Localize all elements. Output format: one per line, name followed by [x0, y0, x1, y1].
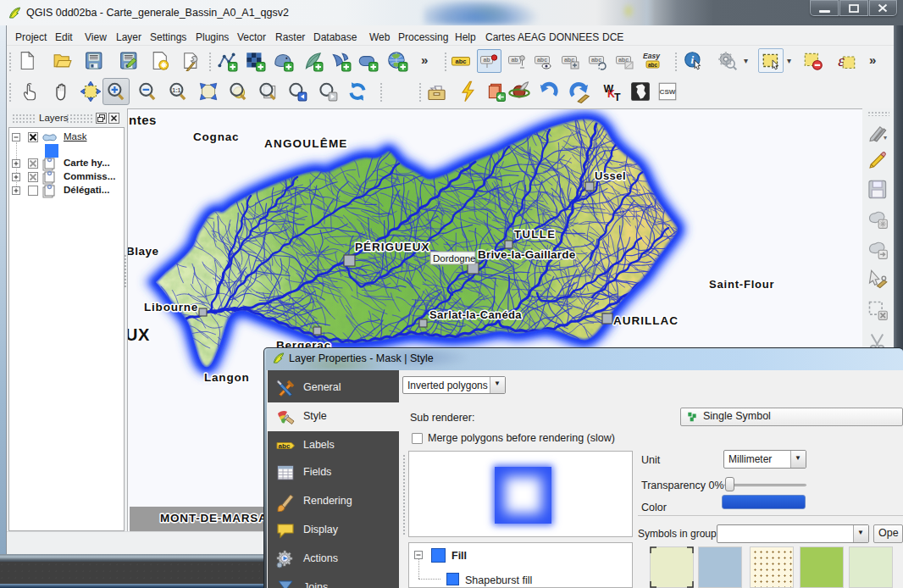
svg-text:ANGOULÊME: ANGOULÊME: [264, 137, 348, 150]
svg-text:abc: abc: [456, 58, 467, 65]
svg-text:CSW: CSW: [660, 88, 676, 96]
svg-text:T: T: [614, 92, 621, 103]
svg-text:AURILLAC: AURILLAC: [613, 314, 679, 327]
svg-text:i: i: [691, 53, 695, 66]
svg-text:Cognac: Cognac: [193, 130, 239, 143]
svg-text:Blaye: Blaye: [128, 245, 159, 258]
svg-text:MONT-DE-MARSAN: MONT-DE-MARSAN: [160, 512, 276, 524]
svg-text:abc: abc: [537, 57, 547, 63]
svg-text:ab: ab: [511, 57, 518, 63]
svg-text:Sarlat-la-Canéda: Sarlat-la-Canéda: [429, 308, 522, 321]
svg-text:ab: ab: [483, 57, 490, 63]
svg-text:Dordogne: Dordogne: [433, 253, 476, 263]
svg-text:1:1: 1:1: [172, 87, 180, 93]
svg-text:Saint-Flour: Saint-Flour: [709, 278, 774, 291]
svg-text:TULLE: TULLE: [514, 228, 556, 241]
svg-text:Ussel: Ussel: [595, 169, 626, 182]
svg-text:ε: ε: [838, 52, 845, 69]
svg-text:ntes: ntes: [129, 113, 157, 127]
svg-text:abc: abc: [648, 62, 658, 68]
svg-text:UX: UX: [128, 325, 150, 344]
svg-text:Easy: Easy: [643, 52, 661, 60]
svg-text:PÉRIGUEUX: PÉRIGUEUX: [355, 241, 430, 253]
svg-text:Libourne: Libourne: [144, 301, 198, 313]
svg-text:abc: abc: [279, 442, 291, 450]
svg-text:Brive-la-Gaillarde: Brive-la-Gaillarde: [478, 248, 576, 261]
svg-text:abc: abc: [591, 57, 601, 63]
svg-text:Langon: Langon: [204, 371, 250, 384]
